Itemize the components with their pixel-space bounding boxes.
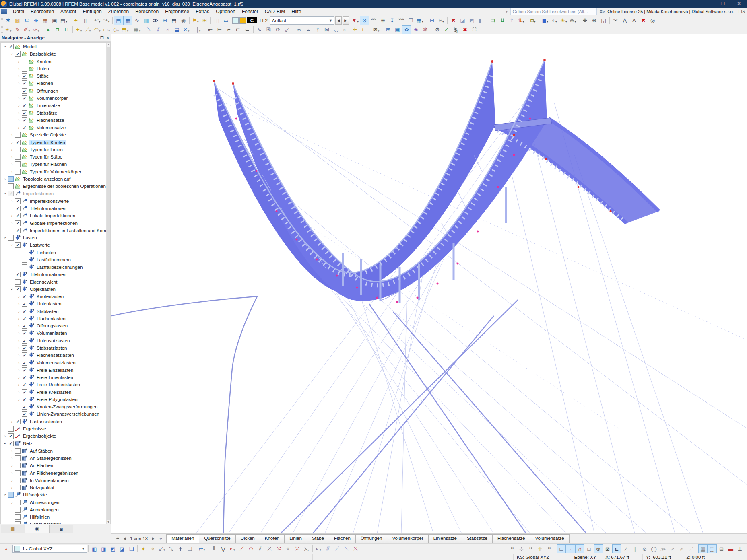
expand-icon[interactable]: › (16, 346, 21, 350)
next-page-icon[interactable]: ▶ (151, 537, 156, 541)
model-spheres-icon[interactable]: ❉ (31, 16, 41, 25)
new-arc-icon[interactable]: ◠▾ (93, 25, 102, 34)
guide-angle-icon[interactable]: ⟀▾ (314, 544, 323, 553)
dots-faint-icon[interactable]: ⋰ (686, 544, 695, 553)
expand-icon[interactable]: › (9, 148, 14, 152)
mesh-refine-icon[interactable]: ✿ (402, 25, 411, 34)
collapse-icon[interactable]: › (3, 235, 7, 241)
table-tab-knoten[interactable]: Knoten (260, 534, 285, 543)
visibility-checkbox[interactable] (22, 103, 27, 108)
expand-icon[interactable]: › (16, 81, 21, 85)
visibility-checkbox[interactable] (15, 132, 21, 138)
new-node-icon[interactable]: ✦▾ (74, 25, 83, 34)
tree-item-lastfallbezeichnungen[interactable]: Lastfallbezeichnungen (1, 264, 107, 271)
saved-view-icon[interactable]: ✧ (148, 544, 157, 553)
dlubal-c-icon[interactable]: C (22, 16, 31, 25)
report-icon[interactable]: ▯ (80, 16, 90, 25)
expand-icon[interactable]: › (9, 449, 14, 453)
toolbar-grip[interactable] (1, 17, 3, 24)
visibility-checkbox[interactable] (22, 117, 27, 123)
zoom-window-icon[interactable]: ◲ (599, 16, 608, 25)
cross-icon[interactable]: ⤫ (265, 544, 274, 553)
menu-bearbeiten[interactable]: Bearbeiten (27, 8, 57, 15)
collapse-icon[interactable]: › (3, 441, 7, 446)
view-iso-icon[interactable]: ◧ (90, 544, 99, 553)
perp-snap-icon[interactable]: ⊾ (612, 544, 621, 553)
mdi-restore-icon[interactable]: ❐ (739, 10, 742, 14)
align-icon[interactable]: ⇿ (295, 25, 304, 34)
visibility-checkbox[interactable] (22, 397, 27, 402)
menu-datei[interactable]: Datei (10, 8, 27, 15)
expand-icon[interactable]: › (9, 486, 14, 490)
script-table-icon[interactable]: ⊞ (160, 16, 169, 25)
visibility-checkbox[interactable] (8, 441, 14, 446)
view-z-icon[interactable]: ◪ (118, 544, 127, 553)
menu-optionen[interactable]: Optionen (213, 8, 239, 15)
visibility-checkbox[interactable] (15, 161, 21, 167)
visibility-checkbox[interactable] (15, 220, 21, 226)
collapse-icon[interactable]: › (10, 51, 14, 57)
tree-item-freie-einzellasten[interactable]: ›Freie Einzellasten (1, 366, 107, 374)
tree-item-flächensatzlasten[interactable]: ›Flächensatzlasten (1, 352, 107, 359)
tree-item-knoten[interactable]: ›Knoten (1, 58, 107, 65)
member-blue-icon[interactable]: ⟋ (332, 544, 342, 553)
new-opening-icon[interactable]: ▦▾ (132, 25, 142, 34)
load-arrow-icon[interactable]: ↧ (388, 16, 397, 25)
print-icon[interactable]: ▤▾ (59, 16, 68, 25)
axis-xy-icon[interactable]: ⇅▾ (516, 16, 526, 25)
visibility-checkbox[interactable] (15, 478, 21, 483)
tree-item-an-stabergebnissen[interactable]: ›An Stabergebnissen (1, 455, 107, 462)
zoom-in-icon[interactable]: ⊕ (590, 16, 599, 25)
tree-item-globale-imperfektionen[interactable]: ›Globale Imperfektionen (1, 219, 107, 226)
visibility-checkbox[interactable] (22, 257, 27, 263)
expand-icon[interactable]: › (9, 478, 14, 482)
tree-item-flächen[interactable]: ›Flächen (1, 80, 107, 87)
solid-values-icon[interactable]: ❐ (406, 16, 415, 25)
tree-item-freie-rechtecklasten[interactable]: ›Freie Rechtecklasten (1, 381, 107, 388)
loadcase-next-button[interactable]: ▶ (343, 16, 349, 25)
table-tab-stäbe[interactable]: Stäbe (307, 534, 329, 543)
box-snap-icon[interactable]: ⊠ (603, 544, 612, 553)
expand-icon[interactable]: › (2, 177, 8, 181)
arrow-snap-icon[interactable]: ≫ (658, 544, 668, 553)
expand-icon[interactable]: › (9, 420, 14, 424)
view-dim-icon[interactable]: ⤢▾ (157, 544, 167, 553)
grid-plus-icon[interactable]: ✛ (535, 544, 545, 553)
console-window-icon[interactable]: ≫ (151, 16, 160, 25)
display-props-icon[interactable]: ☀▾ (559, 16, 568, 25)
tangent-snap-icon[interactable]: ⊘ (640, 544, 649, 553)
tree-item-einheiten[interactable]: Einheiten (1, 249, 107, 256)
delete-icon[interactable]: ✖ (639, 16, 648, 25)
visibility-checkbox[interactable] (22, 250, 27, 255)
new-rect-icon[interactable]: ▭▾ (102, 25, 111, 34)
divide-icon[interactable]: ⫯ (313, 25, 322, 34)
visibility-checkbox[interactable] (8, 492, 14, 498)
expand-icon[interactable]: › (9, 140, 14, 144)
tree-item-eigengewicht[interactable]: Eigengewicht (1, 278, 107, 286)
visibility-checkbox[interactable] (22, 382, 27, 387)
view-window-icon[interactable]: ❒ (185, 544, 194, 553)
guide-icon[interactable]: ∣▾ (194, 25, 203, 34)
trim-icon[interactable]: ⋈ (322, 25, 332, 34)
spray-icon[interactable]: ❋▾ (568, 16, 578, 25)
parallel-copy-icon[interactable]: ⫽ (256, 544, 265, 553)
model-image-icon[interactable]: ▦ (41, 16, 50, 25)
visibility-checkbox[interactable] (8, 183, 14, 189)
loadcase-combobox[interactable]: Auflast ▼ (270, 16, 334, 25)
visibility-checkbox[interactable] (15, 514, 21, 520)
visibility-checkbox[interactable] (8, 176, 14, 182)
tree-item-abmessungen[interactable]: ›Abmessungen (1, 498, 107, 506)
table-cube-icon[interactable]: ▦▾ (415, 16, 425, 25)
tree-item-lokale-imperfektionen[interactable]: ›Lokale Imperfektionen (1, 212, 107, 219)
pick-line-icon[interactable]: ⋋ (302, 544, 311, 553)
visibility-checkbox[interactable] (22, 352, 27, 358)
fan-lines-icon[interactable]: ⋁ (219, 544, 228, 553)
tree-item-stablasten[interactable]: ›Stablasten (1, 308, 107, 315)
tree-item-in-volumenkörpern[interactable]: ›In Volumenkörpern (1, 477, 107, 484)
menu-fenster[interactable]: Fenster (239, 8, 262, 15)
menu-cadbim[interactable]: CAD-BIM (262, 8, 289, 15)
panel-add-icon[interactable]: ⊟ (427, 16, 437, 25)
new-report-icon[interactable]: ✦ (71, 16, 80, 25)
visibility-checkbox[interactable] (22, 59, 27, 64)
visibility-checkbox[interactable] (15, 140, 21, 145)
